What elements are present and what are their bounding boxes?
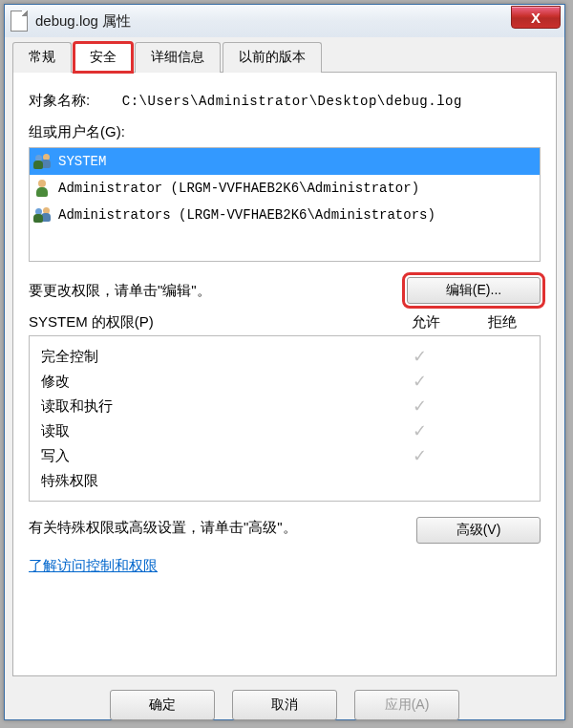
dialog-button-bar: 确定 取消 应用(A) [12, 676, 557, 724]
advanced-button[interactable]: 高级(V) [416, 517, 541, 544]
group-icon [33, 205, 53, 225]
permission-name: 写入 [35, 447, 381, 465]
apply-button[interactable]: 应用(A) [354, 690, 459, 720]
close-icon: X [531, 10, 541, 26]
properties-dialog: debug.log 属性 X 常规 安全 详细信息 以前的版本 对象名称: C:… [4, 4, 565, 720]
table-row: 特殊权限 [35, 468, 534, 493]
tab-previous-versions[interactable]: 以前的版本 [223, 42, 322, 73]
permission-name: 修改 [35, 373, 381, 391]
cancel-button[interactable]: 取消 [232, 690, 337, 720]
permission-name: 特殊权限 [35, 472, 381, 490]
tab-strip: 常规 安全 详细信息 以前的版本 [12, 41, 557, 73]
object-name-row: 对象名称: C:\Users\Administrator\Desktop\deb… [29, 92, 541, 110]
table-row: 修改 ✓ [35, 369, 534, 394]
dialog-content: 常规 安全 详细信息 以前的版本 对象名称: C:\Users\Administ… [5, 37, 564, 728]
table-row: 写入 ✓ [35, 443, 534, 468]
check-icon: ✓ [381, 420, 457, 441]
permissions-header: SYSTEM 的权限(P) 允许 拒绝 [29, 313, 541, 332]
edit-button[interactable]: 编辑(E)... [407, 277, 541, 304]
table-row: 读取和执行 ✓ [35, 394, 534, 418]
check-icon: ✓ [381, 371, 457, 392]
edit-row: 要更改权限，请单击"编辑"。 编辑(E)... [29, 277, 541, 304]
principal-name: Administrators (LRGM-VVFHAEB2K6\Administ… [58, 207, 435, 223]
check-icon: ✓ [381, 445, 457, 466]
tab-details[interactable]: 详细信息 [135, 42, 221, 73]
ok-button[interactable]: 确定 [110, 690, 215, 720]
user-icon [33, 179, 53, 198]
allow-column-header: 允许 [388, 313, 464, 332]
edit-hint: 要更改权限，请单击"编辑"。 [29, 282, 211, 300]
help-link[interactable]: 了解访问控制和权限 [29, 557, 158, 575]
permission-name: 读取和执行 [35, 397, 381, 416]
permission-name: 完全控制 [35, 348, 381, 366]
check-icon: ✓ [381, 346, 457, 367]
table-row: 完全控制 ✓ [35, 344, 534, 369]
permissions-list: 完全控制 ✓ 修改 ✓ 读取和执行 ✓ 读取 ✓ [29, 335, 541, 502]
group-icon [33, 152, 53, 171]
tab-general[interactable]: 常规 [12, 42, 72, 73]
title-bar: debug.log 属性 X [5, 5, 564, 37]
object-name-label: 对象名称: [29, 92, 90, 110]
file-icon [11, 11, 28, 32]
security-panel: 对象名称: C:\Users\Administrator\Desktop\deb… [12, 73, 557, 676]
close-button[interactable]: X [511, 6, 561, 29]
permissions-for-label: SYSTEM 的权限(P) [29, 313, 388, 332]
group-users-label: 组或用户名(G): [29, 123, 541, 141]
check-icon: ✓ [381, 396, 457, 417]
tab-security[interactable]: 安全 [74, 42, 133, 73]
window-title: debug.log 属性 [35, 12, 131, 31]
principals-list[interactable]: SYSTEM Administrator (LRGM-VVFHAEB2K6\Ad… [29, 147, 541, 262]
advanced-hint: 有关特殊权限或高级设置，请单击"高级"。 [29, 517, 297, 539]
deny-column-header: 拒绝 [464, 313, 541, 332]
object-name-value: C:\Users\Administrator\Desktop\debug.log [122, 94, 462, 109]
list-item[interactable]: Administrators (LRGM-VVFHAEB2K6\Administ… [30, 202, 540, 228]
table-row: 读取 ✓ [35, 418, 534, 443]
list-item[interactable]: Administrator (LRGM-VVFHAEB2K6\Administr… [30, 175, 540, 202]
permission-name: 读取 [35, 422, 381, 440]
principal-name: Administrator (LRGM-VVFHAEB2K6\Administr… [58, 181, 419, 196]
list-item[interactable]: SYSTEM [30, 148, 540, 175]
advanced-row: 有关特殊权限或高级设置，请单击"高级"。 高级(V) [29, 517, 541, 544]
principal-name: SYSTEM [58, 154, 106, 169]
